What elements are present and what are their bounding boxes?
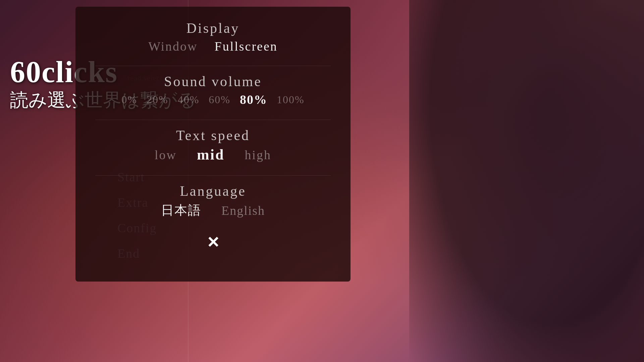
language-section-title: Language [180, 183, 246, 199]
vol-0[interactable]: 0% [121, 94, 137, 106]
display-section-title: Display [186, 20, 240, 36]
sound-section-title: Sound volume [164, 73, 262, 89]
textspeed-section-title: Text speed [176, 127, 250, 143]
speed-low[interactable]: low [155, 147, 177, 162]
vol-100[interactable]: 100% [277, 94, 305, 106]
vol-80[interactable]: 80% [240, 92, 267, 107]
vol-20[interactable]: 20% [147, 94, 168, 106]
language-options-row: 日本語 English [161, 202, 265, 219]
display-option-fullscreen[interactable]: Fullscreen [215, 39, 278, 54]
lang-english[interactable]: English [221, 203, 265, 218]
vol-60[interactable]: 60% [209, 94, 230, 106]
speed-mid[interactable]: mid [197, 146, 224, 163]
display-options-row: Window Fullscreen [148, 39, 278, 54]
speed-options-row: low mid high [155, 146, 271, 163]
vol-40[interactable]: 40% [178, 94, 200, 106]
divider-1 [95, 66, 331, 66]
config-modal: Display Window Fullscreen Sound volume 0… [75, 7, 351, 282]
divider-2 [95, 120, 331, 120]
volume-options-row: 0% 20% 40% 60% 80% 100% [121, 92, 304, 107]
character-silhouette [409, 0, 644, 362]
speed-high[interactable]: high [245, 147, 271, 162]
divider-3 [95, 175, 331, 176]
close-button[interactable]: ✕ [203, 232, 223, 252]
lang-japanese[interactable]: 日本語 [161, 202, 201, 219]
display-option-window[interactable]: Window [148, 39, 198, 54]
